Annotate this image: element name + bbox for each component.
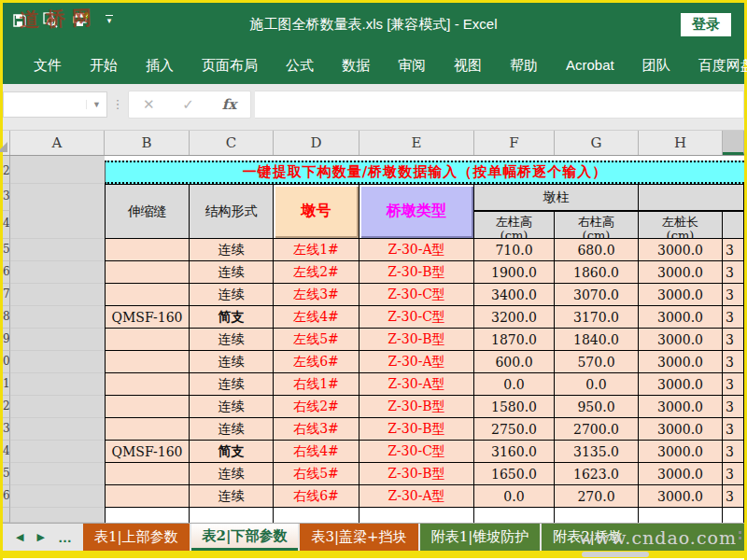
banner-cell[interactable]: 一键提取下构数量/桥墩数据输入（按单幅桥逐个输入） (105, 161, 744, 184)
cell-partial-col-i[interactable]: 3 (723, 261, 744, 284)
cell-left-pile-length[interactable]: 3000.0 (639, 485, 723, 508)
ribbon-tab-review[interactable]: 审阅 (384, 47, 440, 84)
cell-left-pile-length[interactable]: 3000.0 (639, 373, 723, 396)
cell-left-pile-length[interactable]: 3000.0 (639, 306, 723, 329)
cell-pier-type[interactable]: Z-30-B型 (359, 463, 474, 485)
row-header[interactable]: 7 (3, 284, 10, 306)
cell-right-column-height[interactable]: 3070.0 (555, 284, 639, 306)
cell-left-pile-length[interactable]: 3000.0 (639, 418, 723, 441)
cell-pier-number[interactable]: 右线3# (274, 418, 359, 441)
cell-left-column-height[interactable]: 1580.0 (474, 396, 555, 418)
ribbon-tab-baidu-netdisk[interactable]: 百度网盘 (684, 47, 747, 84)
cell-pier-number[interactable]: 右线5# (274, 463, 359, 485)
cell-col-a[interactable] (10, 261, 105, 284)
ribbon-tab-layout[interactable]: 页面布局 (188, 47, 272, 84)
cell-col-a[interactable] (10, 485, 105, 508)
cell-left-pile-length[interactable]: 3000.0 (639, 463, 723, 485)
horizontal-scrollbar-thumb[interactable] (582, 552, 649, 557)
tabbar-grip-icon[interactable] (739, 531, 741, 542)
ribbon-tab-insert[interactable]: 插入 (132, 47, 188, 84)
cell-structure-form[interactable]: 连续 (190, 373, 274, 396)
column-header-i-partial[interactable] (723, 131, 744, 155)
cell-pier-number[interactable]: 左线6# (274, 351, 359, 373)
next-sheet-icon[interactable]: ▶ (36, 531, 44, 543)
cell-structure-form[interactable]: 连续 (190, 284, 274, 306)
row-header[interactable]: 6 (3, 261, 10, 284)
cell-pier-number[interactable]: 左线2# (274, 261, 359, 284)
sheet-tab[interactable]: 表3|盖梁+挡块 (300, 524, 417, 551)
cell-col-a[interactable] (10, 329, 105, 351)
column-header-g[interactable]: G (555, 131, 639, 155)
cell-structure-form[interactable]: 连续 (190, 418, 274, 441)
cell-col-a[interactable] (10, 239, 105, 261)
sheet-tab[interactable]: 表1|上部参数 (83, 524, 190, 551)
cell-pier-type[interactable]: Z-30-B型 (359, 396, 474, 418)
cell-col-a[interactable] (10, 351, 105, 373)
row-header[interactable]: 1 (3, 373, 10, 396)
cell-expansion-joint[interactable] (105, 463, 190, 485)
cell-structure-form[interactable]: 连续 (190, 463, 274, 485)
cell-partial-col-i[interactable]: 3 (723, 284, 744, 306)
cell-partial-col-i[interactable]: 3 (723, 351, 744, 373)
cell-right-column-height[interactable]: 2700.0 (555, 418, 639, 441)
cell-left-column-height[interactable]: 2750.0 (474, 418, 555, 441)
cell-left-column-height[interactable]: 3160.0 (474, 441, 555, 463)
cell-right-column-height[interactable]: 680.0 (555, 239, 639, 261)
column-header-h[interactable]: H (639, 131, 723, 155)
row-header[interactable]: 5 (3, 239, 10, 261)
header-pier-number[interactable]: 墩号 (274, 184, 359, 239)
cell-structure-form[interactable]: 连续 (190, 329, 274, 351)
cell-left-column-height[interactable]: 1870.0 (474, 329, 555, 351)
cell-expansion-joint[interactable] (105, 373, 190, 396)
sheet-tab[interactable]: 表2|下部参数 (191, 524, 299, 551)
ribbon-tab-acrobat[interactable]: Acrobat (552, 47, 628, 84)
cell-left-pile-length[interactable]: 3000.0 (639, 239, 723, 261)
cell-pier-type[interactable]: Z-30-C型 (359, 441, 474, 463)
cell-left-pile-length[interactable]: 3000.0 (639, 441, 723, 463)
cell-expansion-joint[interactable]: QMSF-160 (105, 306, 190, 329)
cell-structure-form[interactable]: 连续 (190, 261, 274, 284)
sheet-tab[interactable]: 附表2|桥墩 (542, 524, 744, 551)
cell-partial-col-i[interactable]: 3 (723, 373, 744, 396)
name-box-dropdown-icon[interactable]: ▼ (86, 100, 106, 109)
cell-expansion-joint[interactable] (105, 351, 190, 373)
cell-right-column-height[interactable]: 1623.0 (555, 463, 639, 485)
cell-left-pile-length[interactable]: 3000.0 (639, 396, 723, 418)
ribbon-tab-team[interactable]: 团队 (628, 47, 684, 84)
cell-col-a[interactable] (10, 441, 105, 463)
column-header-e[interactable]: E (359, 131, 474, 155)
header-right-column-height[interactable]: 右柱高 (cm) (555, 211, 639, 239)
cell-col-a[interactable] (10, 396, 105, 418)
column-header-a[interactable]: A (10, 131, 105, 155)
cell-left-column-height[interactable]: 3400.0 (474, 284, 555, 306)
cell-col-a[interactable] (10, 418, 105, 441)
cell-pier-number[interactable]: 右线1# (274, 373, 359, 396)
header-structure-form[interactable]: 结构形式 (190, 184, 274, 239)
cell-col-a[interactable] (10, 284, 105, 306)
column-header-b[interactable]: B (105, 131, 190, 155)
cell-expansion-joint[interactable]: QMSF-160 (105, 441, 190, 463)
cell-partial-col-i[interactable]: 3 (723, 441, 744, 463)
cell-pier-number[interactable]: 右线4# (274, 441, 359, 463)
cell-a2[interactable] (10, 161, 105, 184)
ribbon-tab-help[interactable]: 帮助 (496, 47, 552, 84)
cell-right-column-height[interactable]: 0.0 (555, 373, 639, 396)
cell-pier-type[interactable]: Z-30-C型 (359, 284, 474, 306)
cell-pier-type[interactable]: Z-30-A型 (359, 239, 474, 261)
header-partial[interactable] (723, 211, 744, 239)
header-blank-group[interactable] (639, 184, 744, 211)
cell-left-column-height[interactable]: 1650.0 (474, 463, 555, 485)
cell-pier-type[interactable]: Z-30-A型 (359, 351, 474, 373)
cell-left-column-height[interactable]: 710.0 (474, 239, 555, 261)
cell-right-column-height[interactable]: 1840.0 (555, 329, 639, 351)
header-left-column-height[interactable]: 左柱高 (cm) (474, 211, 555, 239)
name-box[interactable]: ▼ (3, 91, 107, 118)
enter-icon[interactable]: ✓ (182, 96, 194, 113)
header-pier-column-group[interactable]: 墩柱 (474, 184, 639, 211)
cell-expansion-joint[interactable] (105, 485, 190, 508)
column-header-c[interactable]: C (190, 131, 274, 155)
cell-left-pile-length[interactable]: 3000.0 (639, 284, 723, 306)
row-header[interactable]: 6 (3, 485, 10, 508)
login-button[interactable]: 登录 (681, 13, 731, 36)
cell-partial-col-i[interactable]: 3 (723, 239, 744, 261)
